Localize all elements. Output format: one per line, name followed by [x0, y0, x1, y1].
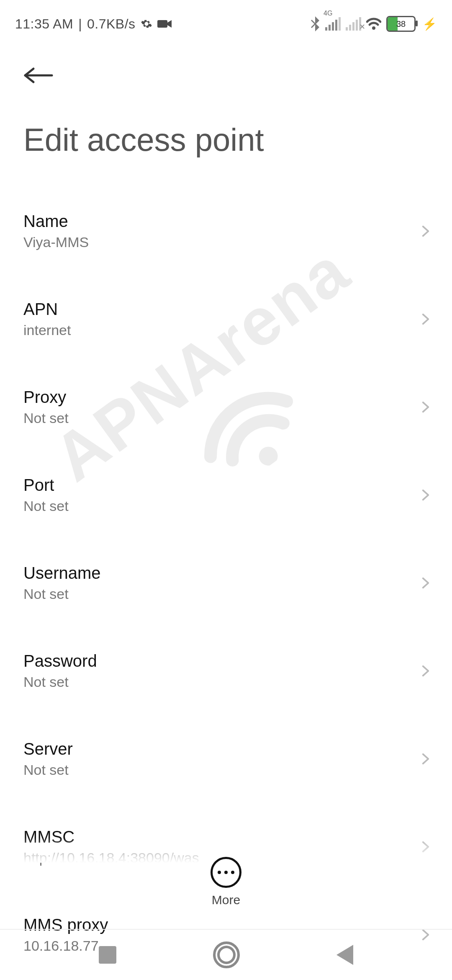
wifi-icon	[366, 18, 381, 30]
arrow-left-icon	[22, 67, 55, 84]
svg-rect-1	[157, 20, 167, 28]
signal-sim2: ✕	[346, 17, 361, 31]
chevron-right-icon	[419, 313, 432, 325]
chevron-right-icon	[419, 841, 432, 853]
status-net-speed: 0.7KB/s	[87, 16, 136, 32]
back-button[interactable]	[22, 63, 55, 88]
nav-back-button[interactable]	[336, 945, 353, 965]
svg-point-2	[372, 26, 375, 30]
battery-icon: 38	[386, 16, 416, 32]
row-title: MMSC	[23, 828, 199, 846]
row-title: APN	[23, 300, 71, 319]
row-port[interactable]: Port Not set	[0, 451, 452, 539]
row-value: internet	[23, 322, 71, 338]
row-title: Server	[23, 740, 73, 758]
chevron-right-icon	[419, 401, 432, 413]
chevron-right-icon	[419, 577, 432, 589]
row-value: Viya-MMS	[23, 234, 89, 250]
row-username[interactable]: Username Not set	[0, 539, 452, 627]
row-value: Not set	[23, 762, 73, 778]
row-password[interactable]: Password Not set	[0, 627, 452, 715]
more-button[interactable]: More	[0, 857, 452, 907]
page-title: Edit access point	[23, 121, 452, 158]
status-bar: 11:35 AM | 0.7KB/s 4G ✕	[0, 0, 452, 39]
row-value: Not set	[23, 674, 97, 690]
chevron-right-icon	[419, 753, 432, 765]
more-label: More	[212, 893, 240, 907]
status-right: 4G ✕ 38 ⚡	[310, 16, 437, 32]
chevron-right-icon	[419, 225, 432, 237]
row-proxy[interactable]: Proxy Not set	[0, 363, 452, 451]
row-value: Not set	[23, 586, 101, 602]
status-time: 11:35 AM	[15, 16, 73, 32]
signal-sim1: 4G	[325, 17, 341, 31]
status-left: 11:35 AM | 0.7KB/s	[15, 16, 172, 32]
row-name[interactable]: Name Viya-MMS	[0, 187, 452, 275]
row-value: Not set	[23, 410, 69, 426]
system-nav-bar	[0, 929, 452, 980]
chevron-right-icon	[419, 665, 432, 677]
camera-icon	[157, 19, 172, 28]
nav-recents-button[interactable]	[99, 946, 116, 964]
charging-icon: ⚡	[422, 17, 437, 31]
row-apn[interactable]: APN internet	[0, 275, 452, 363]
row-server[interactable]: Server Not set	[0, 715, 452, 803]
nav-home-button[interactable]	[213, 941, 240, 968]
row-title: Proxy	[23, 388, 69, 407]
row-title: Username	[23, 564, 101, 583]
row-title: Port	[23, 476, 69, 495]
row-title: Name	[23, 212, 89, 231]
gear-icon	[141, 18, 152, 30]
more-icon	[211, 857, 241, 888]
bluetooth-icon	[310, 16, 320, 31]
chevron-right-icon	[419, 489, 432, 501]
row-value: Not set	[23, 498, 69, 514]
row-title: Password	[23, 652, 97, 671]
